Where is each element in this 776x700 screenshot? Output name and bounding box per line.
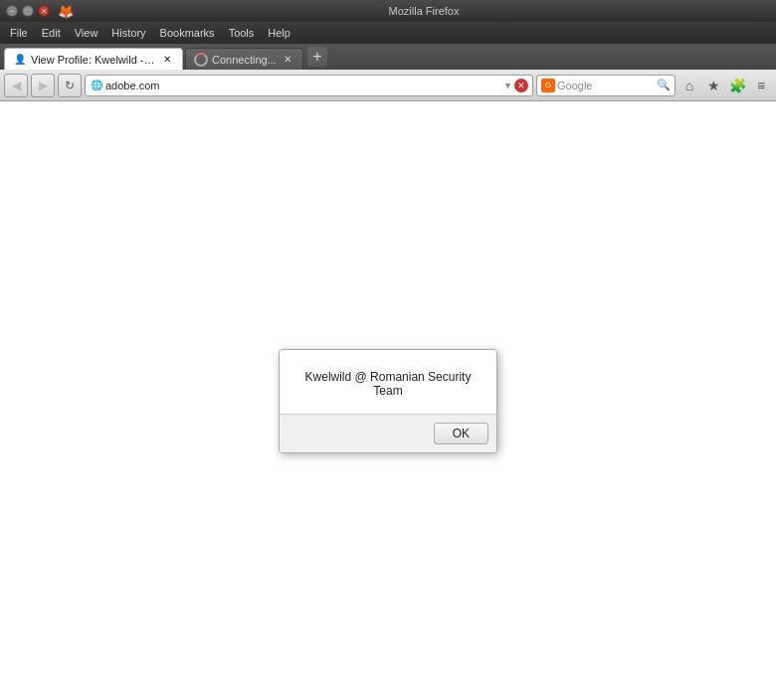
tab-connecting[interactable]: Connecting... ✕ <box>185 48 303 70</box>
tab-label-2: Connecting... <box>212 54 277 66</box>
dialog-footer: OK <box>280 415 496 452</box>
back-button[interactable]: ◀ <box>4 74 28 97</box>
alert-dialog: Kwelwild @ Romanian Security Team OK <box>279 349 497 453</box>
menu-file[interactable]: File <box>4 25 34 41</box>
dialog-body: Kwelwild @ Romanian Security Team <box>280 350 496 415</box>
tab-close-2[interactable]: ✕ <box>281 53 294 67</box>
more-button[interactable]: ≡ <box>750 75 772 96</box>
titlebar-buttons: − □ ✕ <box>6 5 50 17</box>
search-engine-icon: G <box>541 79 555 92</box>
url-text: adobe.com <box>105 80 501 91</box>
bookmark-button[interactable]: ★ <box>702 75 724 96</box>
tab-view-profile[interactable]: 👤 View Profile: Kwelwild - Rom... ✕ <box>4 48 183 70</box>
nav-right-buttons: ⌂ ★ 🧩 ≡ <box>679 75 772 96</box>
search-placeholder: Google <box>557 80 655 91</box>
reload-icon: ↻ <box>65 79 75 92</box>
search-bar[interactable]: G Google 🔍 <box>536 75 676 96</box>
tab-label-1: View Profile: Kwelwild - Rom... <box>31 54 156 66</box>
tab-loading-spinner <box>194 53 208 67</box>
addon-button[interactable]: 🧩 <box>726 75 748 96</box>
page-content: Kwelwild @ Romanian Security Team OK <box>0 101 776 700</box>
menu-help[interactable]: Help <box>262 25 296 41</box>
menu-bookmarks[interactable]: Bookmarks <box>154 25 221 41</box>
menu-history[interactable]: History <box>105 25 151 41</box>
close-button[interactable]: ✕ <box>38 5 50 17</box>
menubar: File Edit View History Bookmarks Tools H… <box>0 22 776 44</box>
menu-view[interactable]: View <box>69 25 104 41</box>
dialog-ok-button[interactable]: OK <box>434 423 488 444</box>
firefox-icon: 🦊 <box>58 4 74 19</box>
tab-close-1[interactable]: ✕ <box>160 53 174 67</box>
minimize-button[interactable]: − <box>6 5 18 17</box>
menu-tools[interactable]: Tools <box>223 25 261 41</box>
tab-favicon-1: 👤 <box>13 53 27 67</box>
tabbar: 👤 View Profile: Kwelwild - Rom... ✕ Conn… <box>0 44 776 70</box>
dialog-message: Kwelwild @ Romanian Security Team <box>305 370 472 398</box>
url-bar[interactable]: 🌐 adobe.com ▼ ✕ <box>85 75 533 96</box>
window-title: Mozilla Firefox <box>78 5 770 17</box>
titlebar: − □ ✕ 🦊 Mozilla Firefox <box>0 0 776 22</box>
reload-button[interactable]: ↻ <box>58 74 82 97</box>
url-favicon: 🌐 <box>90 79 103 92</box>
url-dropdown-icon[interactable]: ▼ <box>503 81 512 90</box>
forward-button[interactable]: ▶ <box>31 74 55 97</box>
forward-icon: ▶ <box>39 79 48 92</box>
maximize-button[interactable]: □ <box>22 5 34 17</box>
search-button[interactable]: 🔍 <box>657 79 671 92</box>
navbar: ◀ ▶ ↻ 🌐 adobe.com ▼ ✕ G Google 🔍 ⌂ ★ 🧩 ≡ <box>0 70 776 101</box>
url-clear-button[interactable]: ✕ <box>514 79 528 92</box>
new-tab-button[interactable]: + <box>307 47 327 67</box>
dialog-overlay: Kwelwild @ Romanian Security Team OK <box>0 101 776 700</box>
back-icon: ◀ <box>12 79 21 92</box>
menu-edit[interactable]: Edit <box>36 25 67 41</box>
home-button[interactable]: ⌂ <box>679 75 700 96</box>
